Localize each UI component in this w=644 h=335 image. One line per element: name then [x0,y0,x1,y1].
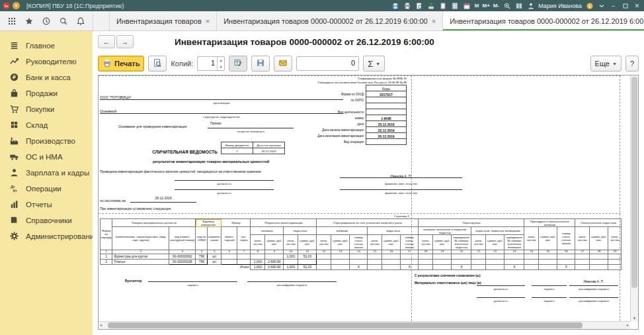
inv-table-cell[interactable] [504,254,524,260]
more-button[interactable]: Еще▼ [590,56,622,72]
inv-table-total-cell[interactable] [608,265,622,270]
inv-table-header-cell[interactable]: код (номен- клатурный номер) [169,227,196,250]
inv-table-total-cell[interactable]: X [557,265,575,270]
inv-table-colnum-cell[interactable]: 15 [368,250,382,254]
save-button[interactable] [251,56,270,72]
print-preview-icon[interactable] [415,1,424,10]
sum-menu-button[interactable]: Σ▼ [363,56,385,72]
edit-table-button[interactable] [229,56,247,72]
sidebar-item-list[interactable]: Главное [0,38,93,54]
save-icon[interactable] [391,1,400,10]
inv-table-total-cell[interactable] [575,265,590,270]
inv-table-header-cell[interactable]: коли- чество [608,227,622,250]
inv-table-cell[interactable] [368,254,382,260]
inv-table-total-cell[interactable] [317,265,331,270]
sidebar-item-ruble[interactable]: ₽Банк и касса [0,70,93,85]
memory-minus-icon[interactable]: M- [493,3,499,9]
inv-table-total-cell[interactable] [419,265,433,270]
scroll-right-arrow-icon[interactable]: ▸ [627,322,629,327]
inv-table-cell[interactable] [539,254,557,260]
inv-table-cell[interactable] [237,254,251,260]
print-button[interactable]: Печать [98,56,144,72]
inv-table-cell[interactable] [590,254,608,260]
scroll-left-arrow-icon[interactable]: ◂ [100,322,102,327]
inv-table-colnum-cell[interactable]: 6 [221,250,237,254]
inv-table-cell[interactable] [486,260,504,265]
inv-table-cell[interactable] [452,254,471,260]
inv-table-header-cell[interactable]: Номер [221,219,251,227]
inv-table-cell[interactable] [350,254,368,260]
inv-table-colnum-cell[interactable]: 14 [350,250,368,254]
inv-table-cell[interactable] [419,260,433,265]
inv-table-cell[interactable]: шт [208,260,221,265]
memory-m-icon[interactable]: M [475,3,479,9]
inv-table-header-cell[interactable]: коли- чество [471,235,486,250]
apps-grid-icon[interactable] [4,13,20,29]
doc-date-value[interactable]: 26.12.2019 [253,148,285,154]
sidebar-item-chart[interactable]: Руководителю [0,54,93,70]
inv-table-header-cell[interactable]: Окончательные недостачи [575,219,622,227]
inv-table-total-cell[interactable] [368,265,382,270]
inv-table-total-cell[interactable]: 1,000 [251,265,265,270]
inv-table-cell[interactable] [557,260,575,265]
inv-table-header-cell[interactable]: излишки [317,227,368,235]
sidebar-item-dtkt[interactable]: ДтКтОперации [0,181,93,197]
inv-table-header-cell[interactable]: пас- порта [237,227,251,250]
inv-table-header-cell[interactable]: порядковые № номера зачтенных недостач [452,235,471,250]
email-button[interactable] [274,56,292,72]
calendar-icon[interactable] [463,1,471,10]
inv-table-total-cell[interactable] [433,265,452,270]
inv-table-total-cell[interactable]: X [452,265,471,270]
inv-table-total-cell[interactable] [524,265,539,270]
inv-table-cell[interactable] [237,260,251,265]
sidebar-item-bars[interactable]: Отчеты [0,197,93,213]
inv-table-header-cell[interactable]: сумма, руб. коп. [331,235,350,250]
inv-table-total-cell[interactable]: 2 660,90 [265,265,284,270]
inv-table-cell[interactable] [221,254,237,260]
inv-table-colnum-cell[interactable]: 9 [265,250,284,254]
inv-table-colnum-cell[interactable]: 10 [284,250,298,254]
inv-table-header-cell[interactable]: коли- чество [251,235,265,250]
inv-table-header-cell[interactable]: коли- чество [317,235,331,250]
inv-table-cell[interactable]: шт [208,254,221,260]
inv-table-colnum-cell[interactable]: 4 [196,250,208,254]
inv-table-header-cell[interactable]: недостача [368,227,419,235]
inv-table-header-cell[interactable]: Приходуются окончательные излишки [524,219,575,227]
inv-table-total-cell[interactable]: Итого [101,265,251,270]
history-icon[interactable] [38,13,54,29]
inv-table-header-cell[interactable]: инвен- тарный [221,227,237,250]
codes-row-value[interactable] [366,138,407,145]
inv-table-total-cell[interactable]: 1,000 [284,265,298,270]
inv-table-header-cell[interactable]: Отрегулировано за счет уточнения записей… [317,219,419,227]
tab-close-icon[interactable]: × [206,17,210,25]
inv-table-cell[interactable]: 2 660,90 [265,260,284,265]
forward-button[interactable]: → [116,35,134,48]
inv-table-header-cell[interactable]: Пересортица [419,219,524,227]
inv-table-total-cell[interactable] [331,265,350,270]
inv-table-cell[interactable]: 1 [101,254,112,260]
inv-table-header-cell[interactable]: коли- чество [419,235,433,250]
inv-table-header-cell[interactable]: Номер по порядку [101,219,112,250]
inv-table-colnum-cell[interactable]: 7 [237,250,251,254]
inv-table-header-cell[interactable]: сумма, руб. коп. [590,227,608,250]
inv-table-total-cell[interactable] [471,265,486,270]
help-button[interactable]: ? [625,56,639,72]
inv-table-cell[interactable] [350,260,368,265]
inv-table-colnum-cell[interactable]: 5 [208,250,221,254]
sum-field[interactable]: 0 [296,56,359,71]
inv-table-header-cell[interactable]: сумма, руб. коп. [298,235,317,250]
copy-icon[interactable] [439,1,448,10]
sidebar-item-truck[interactable]: ОС и НМА [0,149,93,165]
inv-table-cell[interactable] [557,254,575,260]
sidebar-item-person[interactable]: Зарплата и кадры [0,165,93,181]
inv-table-cell[interactable] [317,260,331,265]
print-icon[interactable] [403,1,412,10]
inv-table-cell[interactable]: 00-00000062 [169,254,196,260]
printed-form[interactable]: Унифицированная форма № ИНВ-19 Утвержден… [99,75,630,321]
inv-table-header-cell[interactable]: коли- чество [524,227,539,250]
inv-table-cell[interactable] [331,254,350,260]
inv-table-header-cell[interactable]: сумма, руб. коп. [382,235,401,250]
inv-table-colnum-cell[interactable]: 25 [539,250,557,254]
inv-table-cell[interactable] [382,254,401,260]
inv-table-colnum-cell[interactable]: 23 [504,250,524,254]
